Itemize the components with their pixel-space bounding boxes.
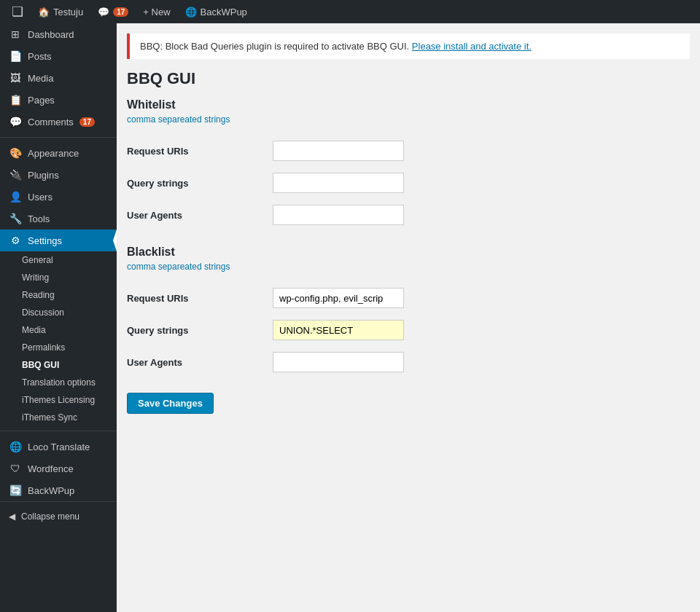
- blacklist-comma-hint: comma separeated strings: [127, 262, 690, 272]
- sidebar-item-pages[interactable]: 📋 Pages: [0, 89, 117, 111]
- sidebar-item-posts[interactable]: 📄 Posts: [0, 45, 117, 67]
- adminbar-site[interactable]: 🏠 Testuju: [32, 0, 89, 23]
- sidebar-sub-general[interactable]: General: [0, 251, 117, 269]
- adminbar-comments[interactable]: 💬 17: [92, 0, 134, 23]
- sidebar-item-settings[interactable]: ⚙ Settings: [0, 230, 117, 251]
- sidebar-label-posts: Posts: [28, 51, 52, 62]
- tools-icon: 🔧: [9, 213, 22, 224]
- page-title: BBQ GUI: [127, 69, 690, 88]
- sidebar-sub-discussion[interactable]: Discussion: [0, 304, 117, 321]
- whitelist-user-agents-label: User Agents: [127, 199, 273, 231]
- blacklist-section-title: Blacklist: [127, 246, 690, 259]
- whitelist-query-strings-row: Query strings: [127, 167, 690, 199]
- admin-bar: ❏ 🏠 Testuju 💬 17 + New 🌐 BackWPup: [0, 0, 700, 23]
- adminbar-comments-icon: 💬: [98, 7, 109, 17]
- whitelist-request-uris-row: Request URIs: [127, 135, 690, 167]
- whitelist-query-strings-input[interactable]: [273, 173, 404, 193]
- sidebar-label-plugins: Plugins: [28, 170, 59, 181]
- sidebar-label-media: Media: [28, 73, 53, 84]
- sidebar-label-tools: Tools: [28, 213, 50, 224]
- sidebar-sub-ithemes-sync[interactable]: iThemes Sync: [0, 409, 117, 426]
- save-changes-button[interactable]: Save Changes: [127, 393, 214, 414]
- sidebar-sub-writing[interactable]: Writing: [0, 269, 117, 286]
- dashboard-icon: ⊞: [9, 28, 22, 40]
- posts-icon: 📄: [9, 50, 22, 62]
- sidebar-sub-ithemes-licensing-label: iThemes Licensing: [22, 395, 95, 405]
- sidebar-label-loco-translate: Loco Translate: [28, 442, 90, 452]
- blacklist-request-uris-label: Request URIs: [127, 282, 273, 314]
- sidebar-sub-discussion-label: Discussion: [22, 307, 64, 318]
- sidebar-sub-translation-options[interactable]: Translation options: [0, 374, 117, 391]
- sidebar-sub-ithemes-sync-label: iThemes Sync: [22, 412, 77, 423]
- collapse-menu-button[interactable]: ◀ Collapse menu: [0, 506, 117, 527]
- adminbar-new[interactable]: + New: [137, 0, 176, 23]
- blacklist-user-agents-row: User Agents: [127, 346, 690, 378]
- sidebar-label-pages: Pages: [28, 95, 55, 106]
- sidebar-sub-bbq-gui-label: BBQ GUI: [22, 360, 59, 370]
- sidebar-item-media[interactable]: 🖼 Media: [0, 67, 117, 89]
- whitelist-form-table: Request URIs Query strings User Agents: [127, 135, 690, 231]
- sidebar-item-comments[interactable]: 💬 Comments 17: [0, 111, 117, 133]
- blacklist-query-strings-input[interactable]: [273, 320, 404, 340]
- notice-text: BBQ: Block Bad Queries plugin is require…: [140, 41, 532, 52]
- sidebar-sub-permalinks-label: Permalinks: [22, 342, 65, 353]
- sidebar-label-wordfence: Wordfence: [28, 463, 74, 474]
- settings-arrow-indicator: [113, 230, 117, 251]
- whitelist-user-agents-input[interactable]: [273, 205, 404, 225]
- wp-logo-icon[interactable]: ❏: [6, 4, 29, 20]
- sidebar-item-tools[interactable]: 🔧 Tools: [0, 208, 117, 230]
- whitelist-request-uris-input[interactable]: [273, 141, 404, 161]
- backwpup-icon: 🔄: [9, 484, 22, 496]
- adminbar-site-icon: 🏠: [38, 7, 50, 17]
- blacklist-query-strings-row: Query strings: [127, 314, 690, 346]
- sidebar-item-dashboard[interactable]: ⊞ Dashboard: [0, 23, 117, 45]
- media-icon: 🖼: [9, 72, 22, 84]
- plugins-icon: 🔌: [9, 169, 22, 181]
- sidebar-sub-permalinks[interactable]: Permalinks: [0, 339, 117, 356]
- adminbar-plugin[interactable]: 🌐 BackWPup: [179, 0, 253, 23]
- sidebar-sub-ithemes-licensing[interactable]: iThemes Licensing: [0, 391, 117, 409]
- sidebar-sub-media-label: Media: [22, 325, 46, 335]
- comments-count-badge: 17: [113, 7, 128, 17]
- sidebar: ⊞ Dashboard 📄 Posts 🖼 Media 📋 Pages 💬 Co…: [0, 23, 117, 612]
- sidebar-item-backwpup[interactable]: 🔄 BackWPup: [0, 479, 117, 501]
- wordfence-icon: 🛡: [9, 463, 22, 474]
- sidebar-item-users[interactable]: 👤 Users: [0, 186, 117, 208]
- sidebar-sub-media[interactable]: Media: [0, 321, 117, 339]
- adminbar-new-label: + New: [143, 7, 170, 17]
- sidebar-label-settings: Settings: [28, 235, 62, 246]
- sidebar-sub-translation-options-label: Translation options: [22, 377, 96, 388]
- whitelist-comma-hint: comma separeated strings: [127, 114, 690, 125]
- sidebar-label-comments: Comments: [28, 117, 74, 128]
- sidebar-label-users: Users: [28, 192, 52, 203]
- sidebar-item-plugins[interactable]: 🔌 Plugins: [0, 164, 117, 186]
- blacklist-user-agents-label: User Agents: [127, 346, 273, 378]
- sidebar-item-wordfence[interactable]: 🛡 Wordfence: [0, 458, 117, 479]
- sidebar-label-appearance: Appearance: [28, 148, 79, 159]
- whitelist-section-title: Whitelist: [127, 98, 690, 111]
- comments-icon: 💬: [9, 116, 22, 128]
- blacklist-query-strings-label: Query strings: [127, 314, 273, 346]
- sidebar-item-loco-translate[interactable]: 🌐 Loco Translate: [0, 436, 117, 458]
- adminbar-plugin-label: BackWPup: [201, 7, 247, 17]
- sidebar-sub-reading-label: Reading: [22, 290, 55, 300]
- pages-icon: 📋: [9, 94, 22, 106]
- whitelist-request-uris-label: Request URIs: [127, 135, 273, 167]
- notice-link[interactable]: Please install and activate it.: [412, 41, 532, 52]
- blacklist-request-uris-row: Request URIs: [127, 282, 690, 314]
- whitelist-user-agents-row: User Agents: [127, 199, 690, 231]
- main-content: BBQ: Block Bad Queries plugin is require…: [117, 23, 700, 612]
- whitelist-query-strings-label: Query strings: [127, 167, 273, 199]
- adminbar-plugin-icon: 🌐: [185, 7, 197, 17]
- blacklist-user-agents-input[interactable]: [273, 352, 404, 372]
- sidebar-sub-bbq-gui[interactable]: BBQ GUI: [0, 356, 117, 374]
- users-icon: 👤: [9, 191, 22, 203]
- sidebar-item-appearance[interactable]: 🎨 Appearance: [0, 142, 117, 164]
- settings-icon: ⚙: [9, 235, 22, 246]
- blacklist-request-uris-input[interactable]: [273, 288, 404, 308]
- sidebar-comments-badge: 17: [79, 117, 95, 127]
- sidebar-label-dashboard: Dashboard: [28, 29, 74, 40]
- loco-translate-icon: 🌐: [9, 441, 22, 452]
- sidebar-sub-reading[interactable]: Reading: [0, 286, 117, 304]
- blacklist-form-table: Request URIs Query strings User Agents: [127, 282, 690, 378]
